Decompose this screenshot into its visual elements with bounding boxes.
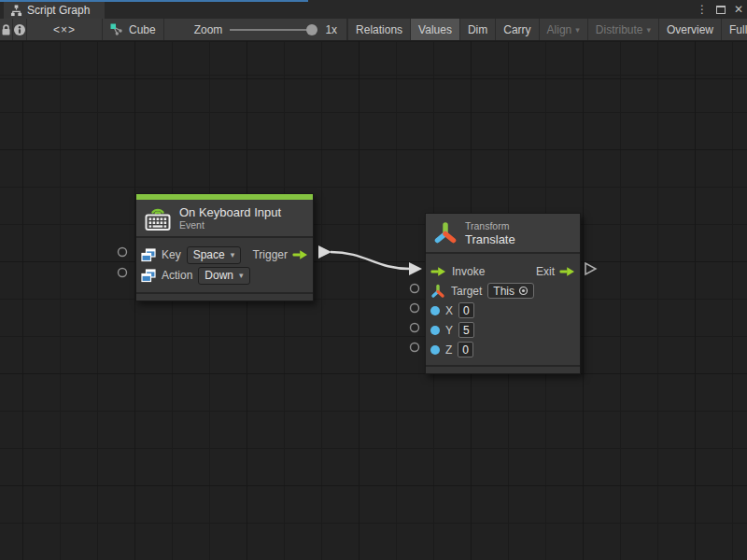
graph-canvas[interactable] (0, 41, 747, 560)
port-row-x: X 0 (426, 301, 580, 320)
toolbar-button-align[interactable]: Align ▾ (539, 19, 587, 40)
toolbar-button-dim[interactable]: Dim (459, 19, 495, 40)
graph-target-label: Cube (129, 23, 156, 36)
node-subtitle: Event (179, 219, 281, 231)
node-category: Transform (465, 220, 515, 232)
lock-icon (0, 23, 12, 36)
flow-arrow-icon[interactable] (559, 266, 575, 277)
port-row-action: Action Down ▾ (136, 265, 313, 286)
node-title: On Keyboard Input (179, 205, 281, 219)
zoom-slider-knob[interactable] (306, 24, 317, 35)
port-label-exit: Exit (536, 265, 555, 278)
action-type-icon (141, 269, 156, 283)
zoom-value: 1x (325, 23, 337, 36)
graph-toolbar: <×> Cube Zoom 1x Relations Values Dim Ca… (0, 19, 747, 41)
close-icon[interactable]: ✕ (734, 0, 743, 19)
flow-arrow-icon[interactable] (430, 266, 446, 277)
port-row-z: Z 0 (426, 340, 580, 359)
toolbar-button-values[interactable]: Values (410, 19, 459, 40)
node-footer (136, 292, 313, 301)
flow-arrow-icon[interactable] (292, 249, 308, 260)
zoom-label: Zoom (194, 23, 223, 36)
port-row-target: Target This (426, 281, 580, 301)
port-label-action: Action (162, 269, 192, 282)
zoom-control: Zoom 1x (164, 19, 347, 40)
port-label-invoke: Invoke (452, 265, 485, 278)
z-value-field[interactable]: 0 (458, 342, 473, 357)
node-transform-translate[interactable]: Transform Translate Invoke Exit (425, 213, 581, 374)
zoom-slider[interactable] (230, 24, 317, 35)
node-header[interactable]: Transform Translate (426, 214, 580, 252)
action-dropdown[interactable]: Down ▾ (198, 267, 249, 285)
node-body: Invoke Exit Target This (426, 252, 580, 365)
toolbar-button-overview[interactable]: Overview (658, 19, 721, 40)
tab-strip: Script Graph ⋮ ✕ (0, 0, 747, 19)
port-row-y: Y 5 (426, 320, 580, 340)
x-value-field[interactable]: 0 (458, 302, 474, 318)
code-icon: <×> (35, 23, 94, 36)
port-row-invoke: Invoke Exit (426, 261, 580, 281)
value-port-dot (430, 306, 440, 315)
keycode-type-icon (141, 248, 156, 262)
y-value-field[interactable]: 5 (458, 322, 474, 338)
port-label-trigger: Trigger (252, 248, 288, 261)
tab-title: Script Graph (27, 4, 90, 17)
maximize-icon[interactable] (716, 6, 726, 14)
chevron-down-icon: ▾ (231, 250, 235, 259)
toolbar-button-relations[interactable]: Relations (347, 19, 410, 40)
graph-target-breadcrumb[interactable]: Cube (103, 19, 164, 40)
port-row-key: Key Space ▾ Trigger (136, 245, 313, 265)
window-menu-icon[interactable]: ⋮ (697, 0, 708, 19)
zoom-slider-track (230, 29, 310, 31)
port-label-x: X (445, 304, 453, 317)
key-dropdown[interactable]: Space ▾ (187, 246, 242, 264)
port-label-key: Key (162, 248, 181, 261)
keyboard-event-icon (144, 205, 172, 231)
transform-type-icon (430, 284, 445, 299)
value-port-dot (430, 345, 440, 355)
window-controls: ⋮ ✕ (697, 0, 743, 19)
info-icon (13, 23, 26, 36)
node-footer (426, 365, 580, 373)
code-preview-button[interactable]: <×> (27, 19, 103, 40)
target-object-field[interactable]: This (487, 283, 534, 299)
node-title: Translate (465, 232, 515, 246)
chevron-down-icon: ▾ (575, 25, 580, 35)
inspect-button[interactable] (13, 19, 27, 40)
script-machine-icon (110, 23, 123, 35)
toolbar-button-carry[interactable]: Carry (495, 19, 538, 40)
toolbar-button-distribute[interactable]: Distribute ▾ (587, 19, 658, 40)
port-label-z: Z (445, 343, 452, 357)
node-on-keyboard-input[interactable]: On Keyboard Input Event Key Space ▾ Trig… (135, 193, 314, 301)
graph-hierarchy-icon (10, 5, 22, 17)
chevron-down-icon: ▾ (646, 25, 651, 35)
toolbar-button-fullscreen[interactable]: Full Screen (721, 19, 747, 40)
node-body: Key Space ▾ Trigger Action (136, 236, 313, 292)
lock-button[interactable] (0, 19, 13, 40)
chevron-down-icon: ▾ (239, 271, 244, 280)
port-label-target: Target (451, 285, 482, 298)
transform-icon (433, 220, 458, 246)
node-header[interactable]: On Keyboard Input Event (136, 200, 313, 236)
tab-script-graph[interactable]: Script Graph (4, 2, 105, 19)
object-picker-icon[interactable] (518, 286, 529, 296)
port-label-y: Y (445, 324, 453, 337)
value-port-dot (430, 326, 440, 335)
